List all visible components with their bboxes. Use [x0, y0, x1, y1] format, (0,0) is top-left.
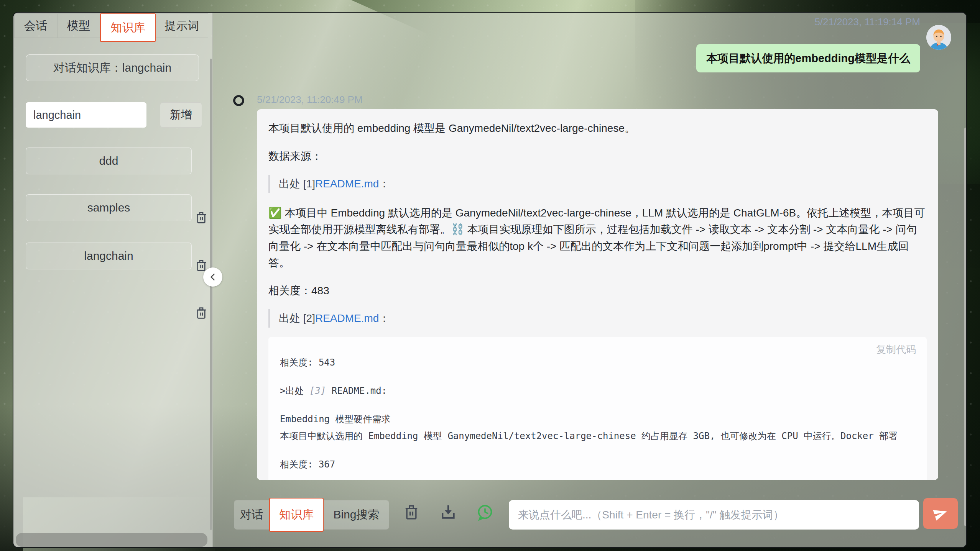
export-download-icon[interactable]	[440, 504, 457, 521]
paper-plane-icon	[931, 504, 950, 523]
active-knowledge-base-label[interactable]: 对话知识库：langchain	[26, 54, 199, 81]
assistant-message-card: 本项目默认使用的 embedding 模型是 GanymedeNil/text2…	[257, 109, 938, 480]
code-line: >出处 [3] README.md:	[280, 384, 915, 397]
mode-knowledge-base-button[interactable]: 知识库	[269, 498, 324, 532]
chevron-left-icon	[208, 272, 218, 282]
assistant-paragraph: ✅ 本项目中 Embedding 默认选用的是 GanymedeNil/text…	[268, 205, 927, 271]
tab-prompts[interactable]: 提示词	[156, 13, 208, 38]
user-avatar	[926, 25, 951, 50]
tab-conversation[interactable]: 会话	[14, 13, 57, 38]
mode-dialog-button[interactable]: 对话	[234, 500, 269, 530]
sidebar-vertical-scrollbar[interactable]	[210, 59, 212, 530]
send-button[interactable]	[923, 498, 958, 529]
kb-list-item[interactable]: samples	[26, 194, 192, 221]
user-message-timestamp: 5/21/2023, 11:19:14 PM	[814, 16, 920, 28]
tab-model[interactable]: 模型	[57, 13, 100, 38]
trash-icon[interactable]	[195, 306, 207, 320]
quote-suffix: ：	[379, 175, 390, 192]
trash-icon[interactable]	[195, 211, 207, 225]
code-line: 本项目中默认选用的 Embedding 模型 GanymedeNil/text2…	[280, 430, 915, 443]
screen: 会话 模型 知识库 提示词 对话知识库：langchain 新增 ddd sam…	[0, 0, 980, 551]
readme-link[interactable]: README.md	[315, 310, 379, 326]
code-line: 相关度: 543	[280, 356, 915, 369]
sidebar: 会话 模型 知识库 提示词 对话知识库：langchain 新增 ddd sam…	[13, 13, 213, 547]
source-quote-2: 出处 [2] README.md：	[268, 309, 927, 328]
app-window: 会话 模型 知识库 提示词 对话知识库：langchain 新增 ddd sam…	[13, 12, 967, 548]
message-input[interactable]	[509, 500, 919, 530]
assistant-paragraph: 本项目默认使用的 embedding 模型是 GanymedeNil/text2…	[268, 120, 927, 136]
quote-suffix: ：	[379, 310, 390, 326]
openai-logo-icon	[230, 92, 248, 110]
add-kb-button[interactable]: 新增	[160, 102, 202, 128]
readme-link[interactable]: README.md	[315, 175, 379, 192]
user-message-bubble: 本项目默认使用的embedding模型是什么	[696, 44, 920, 72]
kb-list-item[interactable]: ddd	[26, 148, 192, 174]
clear-chat-trash-icon[interactable]	[403, 504, 420, 521]
sidebar-collapse-button[interactable]	[203, 267, 222, 287]
assistant-message-timestamp: 5/21/2023, 11:20:49 PM	[257, 94, 363, 106]
code-line: 相关度: 367	[280, 458, 915, 471]
relevance-score: 相关度：483	[268, 282, 927, 299]
kb-list-item[interactable]: langchain	[26, 243, 192, 269]
avatar-illustration	[926, 25, 951, 50]
new-kb-name-input[interactable]	[26, 102, 146, 128]
copy-code-button[interactable]: 复制代码	[876, 343, 916, 356]
tab-knowledge-base[interactable]: 知识库	[100, 13, 156, 42]
assistant-paragraph: 数据来源：	[268, 148, 927, 164]
code-line: Embedding 模型硬件需求	[280, 413, 915, 426]
code-citation-ref: [3]	[309, 385, 326, 396]
chat-vertical-scrollbar[interactable]	[964, 128, 967, 526]
sidebar-horizontal-scrollbar[interactable]	[16, 533, 207, 547]
quote-prefix: 出处 [2]	[279, 310, 315, 326]
code-block: 复制代码 相关度: 543 >出处 [3] README.md: Embeddi…	[268, 337, 927, 480]
mode-bing-search-button[interactable]: Bing搜索	[324, 500, 389, 530]
source-quote-1: 出处 [1] README.md：	[268, 175, 927, 193]
history-clock-icon[interactable]	[477, 504, 493, 521]
quote-prefix: 出处 [1]	[279, 175, 315, 192]
chat-area: 5/21/2023, 11:19:14 PM 本项目默认使用的embedding…	[213, 13, 967, 547]
